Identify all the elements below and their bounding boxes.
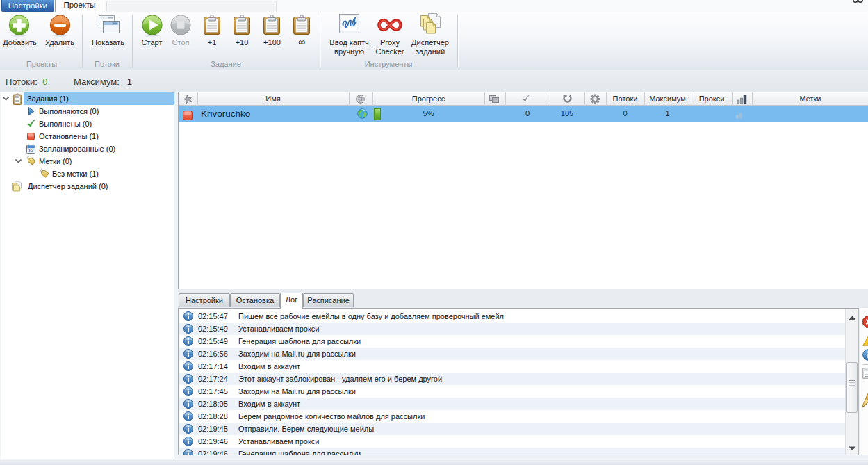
svg-text:12: 12 bbox=[28, 148, 34, 153]
